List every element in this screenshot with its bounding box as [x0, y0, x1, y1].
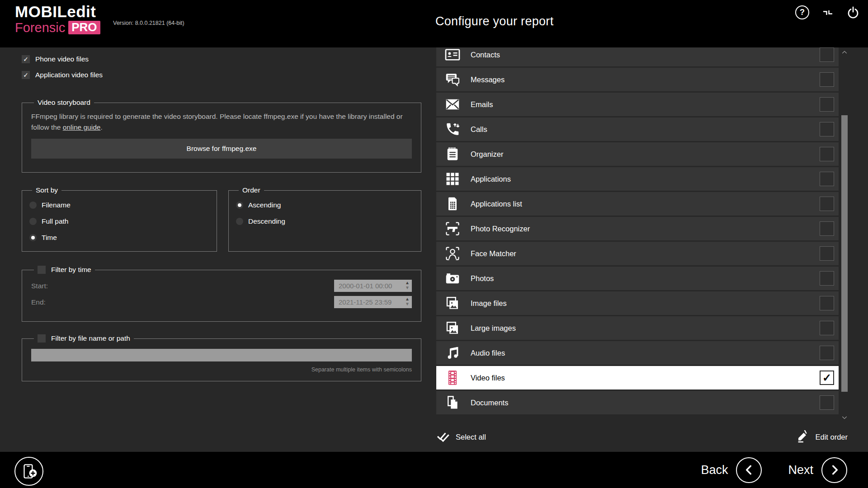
report-item-checkbox[interactable] — [820, 122, 834, 136]
resize-icon[interactable] — [821, 6, 835, 19]
report-item-checkbox[interactable] — [820, 246, 834, 261]
next-button-label[interactable]: Next — [788, 463, 813, 477]
checkbox-checked-icon: ✓ — [22, 71, 30, 79]
spinner-arrows-icon[interactable]: ▲▼ — [405, 280, 410, 290]
scroll-up-icon[interactable] — [840, 47, 849, 57]
report-item-checkbox[interactable] — [820, 97, 834, 112]
report-list-item[interactable]: Video files ✓ — [436, 366, 839, 389]
online-guide-link[interactable]: online guide — [63, 123, 101, 131]
applications-icon — [444, 171, 461, 187]
start-label: Start: — [31, 282, 48, 290]
report-list-item[interactable]: Organizer — [436, 142, 839, 166]
order-ascending-radio[interactable]: Ascending — [236, 197, 414, 213]
report-item-checkbox[interactable] — [820, 197, 834, 211]
report-item-checkbox[interactable] — [820, 296, 834, 310]
help-icon[interactable]: ? — [795, 5, 809, 19]
next-button[interactable] — [821, 457, 847, 483]
scroll-down-icon[interactable] — [840, 413, 849, 422]
report-list-item[interactable]: Large images — [436, 316, 839, 340]
report-list-item[interactable]: Photo Recognizer — [436, 217, 839, 240]
radio-icon — [29, 218, 37, 225]
radio-label: Filename — [42, 201, 71, 209]
filter-time-checkbox[interactable] — [38, 266, 46, 274]
application-video-files-checkbox[interactable]: ✓ Application video files — [22, 71, 103, 79]
report-item-checkbox[interactable] — [820, 395, 834, 410]
start-datetime-value: 2000-01-01 00:00 — [339, 282, 392, 290]
radio-label: Descending — [248, 217, 285, 225]
main-area: ✓ Phone video files ✓ Application video … — [0, 47, 868, 452]
list-footer: Select all Edit order — [436, 427, 848, 447]
sort-filename-radio[interactable]: Filename — [29, 197, 209, 213]
report-item-label: Large images — [471, 324, 516, 333]
end-datetime-value: 2021-11-25 23:59 — [339, 298, 392, 306]
start-datetime-field[interactable]: 2000-01-01 00:00 ▲▼ — [334, 280, 412, 292]
logo-mobiledit: MOBILedit — [15, 4, 100, 19]
calls-icon — [444, 121, 461, 137]
filter-name-input[interactable] — [31, 349, 412, 361]
report-item-label: Applications list — [471, 200, 522, 208]
version-text: Version: 8.0.0.21821 (64-bit) — [113, 20, 184, 26]
report-item-checkbox[interactable] — [820, 271, 834, 286]
scrollbar-thumb[interactable] — [841, 115, 848, 392]
sort-time-radio[interactable]: Time — [29, 230, 209, 246]
large-images-icon — [444, 320, 461, 336]
phone-video-files-checkbox[interactable]: ✓ Phone video files — [22, 55, 89, 63]
report-list-item[interactable]: Photos — [436, 267, 839, 290]
radio-label: Ascending — [248, 201, 281, 209]
report-list-item[interactable]: Image files — [436, 291, 839, 315]
report-item-checkbox[interactable] — [820, 147, 834, 161]
sort-by-legend: Sort by — [32, 186, 61, 194]
logo-forensic: Forensic — [15, 21, 65, 34]
select-all-button[interactable]: Select all — [436, 430, 486, 444]
report-list-item[interactable]: Contacts — [436, 47, 839, 66]
report-item-checkbox[interactable] — [820, 72, 834, 87]
end-datetime-field[interactable]: 2021-11-25 23:59 ▲▼ — [334, 296, 412, 308]
report-list-item[interactable]: Audio files — [436, 341, 839, 365]
report-item-checkbox[interactable] — [820, 172, 834, 186]
back-button-label[interactable]: Back — [701, 463, 728, 477]
radio-selected-icon — [236, 202, 243, 209]
report-item-label: Video files — [471, 374, 505, 382]
report-item-label: Image files — [471, 299, 507, 308]
video-storyboard-legend: Video storyboard — [34, 99, 94, 107]
photo-recognizer-icon — [444, 221, 461, 237]
report-list-item[interactable]: Emails — [436, 93, 839, 116]
report-list-item[interactable]: Applications — [436, 167, 839, 191]
report-list-item[interactable]: Applications list — [436, 192, 839, 216]
sort-fullpath-radio[interactable]: Full path — [29, 213, 209, 230]
spinner-arrows-icon[interactable]: ▲▼ — [405, 296, 410, 306]
report-list-item[interactable]: Documents — [436, 391, 839, 414]
report-list-item[interactable]: Calls — [436, 117, 839, 141]
video-files-icon — [444, 370, 461, 386]
power-icon[interactable] — [846, 6, 860, 19]
radio-selected-icon — [29, 234, 37, 241]
report-list-item[interactable]: Face Matcher — [436, 242, 839, 265]
report-item-checkbox[interactable] — [820, 321, 834, 335]
chevron-left-icon — [742, 463, 756, 477]
messages-icon — [444, 71, 461, 88]
chevron-right-icon — [827, 463, 842, 477]
contacts-icon — [444, 47, 461, 63]
add-phone-button[interactable] — [14, 457, 43, 486]
bottom-bar: Back Next — [0, 452, 868, 488]
filter-by-name-group: Filter by file name or path Separate mul… — [22, 334, 421, 381]
report-item-checkbox[interactable] — [820, 346, 834, 360]
app-logo: MOBILedit Forensic PRO — [15, 4, 100, 34]
report-item-checkbox[interactable] — [820, 47, 834, 62]
order-descending-radio[interactable]: Descending — [236, 213, 414, 230]
filter-by-time-group: Filter by time Start: 2000-01-01 00:00 ▲… — [22, 266, 421, 322]
filter-name-legend: Filter by file name or path — [51, 334, 130, 343]
filter-name-checkbox[interactable] — [38, 334, 46, 343]
radio-icon — [236, 218, 243, 225]
report-item-label: Emails — [471, 100, 493, 109]
browse-ffmpeg-button[interactable]: Browse for ffmpeg.exe — [31, 139, 412, 159]
video-storyboard-group: Video storyboard FFmpeg library is requi… — [22, 99, 421, 173]
report-item-checkbox[interactable]: ✓ — [820, 371, 834, 385]
back-button[interactable] — [736, 457, 762, 483]
checkbox-checked-icon: ✓ — [22, 55, 30, 63]
select-all-label: Select all — [456, 433, 486, 441]
report-list-item[interactable]: Messages — [436, 68, 839, 91]
edit-order-button[interactable]: Edit order — [796, 430, 848, 444]
report-item-checkbox[interactable] — [820, 221, 834, 236]
documents-icon — [444, 394, 461, 411]
